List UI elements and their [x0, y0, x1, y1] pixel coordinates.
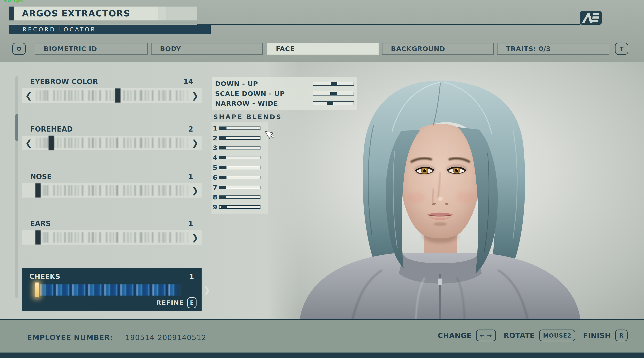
feature-slider-forehead[interactable]: ❮❯ [22, 136, 202, 150]
tab-background[interactable]: BACKGROUND [382, 43, 494, 55]
feature-label: EYEBROW COLOR [30, 78, 98, 86]
shape-blend-row-9: 9 [213, 203, 268, 211]
shape-blend-fill [220, 186, 226, 189]
feature-value: 1 [188, 219, 193, 228]
title-accent-block [9, 6, 14, 20]
refine-control[interactable]: REFINEE [156, 297, 196, 308]
barcode-strip[interactable] [34, 232, 189, 243]
next-tab-key[interactable]: T [615, 43, 628, 55]
tab-face[interactable]: FACE [267, 43, 379, 55]
chevron-left-icon[interactable]: ❮ [25, 91, 32, 100]
shape-blend-slider-1[interactable] [219, 127, 260, 130]
shape-blend-fill [220, 157, 226, 159]
header-rule [197, 24, 580, 25]
shape-blend-slider-5[interactable] [219, 166, 260, 169]
employee-number-label: EMPLOYEE NUMBER: [27, 333, 113, 342]
barcode-cursor[interactable] [34, 283, 39, 297]
feature-slider-cheeks[interactable]: ❯ [34, 284, 182, 296]
shape-blend-slider-4[interactable] [219, 156, 260, 159]
shape-blend-slider-7[interactable] [219, 186, 260, 189]
shape-blend-row-2: 2 [213, 134, 268, 142]
barcode-cursor[interactable] [48, 136, 54, 150]
feature-slider-nose[interactable]: ❯ [22, 183, 202, 197]
shape-blend-fill [221, 206, 227, 208]
shape-blend-row-3: 3 [213, 144, 268, 152]
morph-handle[interactable] [327, 102, 333, 105]
shape-blend-fill [220, 147, 226, 149]
prev-tab-key[interactable]: Q [12, 43, 26, 55]
shape-blend-number: 9 [213, 203, 219, 211]
shape-blend-row-7: 7 [213, 184, 268, 191]
chevron-left-icon[interactable]: ❮ [25, 139, 32, 147]
shape-blend-row-5: 5 [213, 164, 268, 172]
feature-row-nose: NOSE1❯ [12, 173, 202, 197]
shape-blend-slider-2[interactable] [219, 136, 260, 140]
shape-blend-row-1: 1 [213, 124, 268, 132]
tab-body[interactable]: BODY [151, 43, 263, 55]
shape-blend-slider-9[interactable] [219, 205, 260, 209]
tab-traits-0-3[interactable]: TRAITS: 0/3 [497, 43, 609, 55]
feature-row-forehead: FOREHEAD2❮❯ [12, 125, 202, 150]
shape-blend-number: 4 [213, 154, 219, 162]
barcode-texture [34, 90, 189, 101]
morph-slider-narrow-wide[interactable] [312, 101, 354, 105]
feature-value: 1 [188, 173, 193, 181]
barcode-cursor[interactable] [115, 88, 120, 103]
refine-key[interactable]: E [187, 297, 196, 308]
shape-blends-panel: 123456789 [212, 122, 268, 214]
barcode-texture [34, 284, 182, 296]
action-key-finish[interactable]: R [615, 330, 628, 341]
chevron-right-icon[interactable]: ❯ [203, 286, 210, 294]
shape-blend-row-4: 4 [213, 154, 268, 162]
morph-label: NARROW - WIDE [215, 100, 312, 107]
morph-row-narrow-wide: NARROW - WIDE [212, 100, 357, 107]
title-extension [158, 6, 197, 20]
shape-blend-slider-6[interactable] [219, 176, 260, 179]
barcode-cursor[interactable] [35, 230, 41, 245]
shape-blend-number: 6 [213, 174, 219, 181]
shape-blend-number: 5 [213, 164, 219, 172]
feature-value: 1 [189, 272, 194, 281]
morph-handle[interactable] [331, 82, 337, 85]
shape-blend-fill [220, 176, 226, 179]
action-rotate: ROTATEMOUSE2 [504, 330, 576, 341]
chevron-right-icon[interactable]: ❯ [192, 233, 198, 242]
shape-blend-fill [220, 137, 226, 139]
barcode-texture [34, 138, 189, 149]
shape-blend-row-8: 8 [213, 193, 268, 201]
shape-blend-number: 8 [213, 193, 219, 201]
action-key-rotate[interactable]: MOUSE2 [539, 330, 576, 341]
feature-value: 2 [188, 125, 193, 133]
feature-label: CHEEKS [29, 272, 60, 281]
page-subtitle: RECORD LOCATOR [9, 25, 211, 34]
shape-blend-number: 7 [213, 184, 219, 191]
tab-biometric-id[interactable]: BIOMETRIC ID [35, 43, 148, 55]
barcode-texture [34, 185, 189, 196]
barcode-cursor[interactable] [35, 183, 41, 197]
feature-slider-eyebrow-color[interactable]: ❮❯ [22, 88, 202, 103]
barcode-strip[interactable] [34, 185, 189, 196]
chevron-right-icon[interactable]: ❯ [192, 91, 198, 100]
action-label: ROTATE [504, 332, 535, 340]
barcode-strip[interactable] [34, 138, 189, 149]
shape-blend-slider-3[interactable] [219, 146, 260, 150]
chevron-right-icon[interactable]: ❯ [192, 186, 198, 194]
shape-blend-number: 1 [213, 124, 219, 132]
feature-slider-ears[interactable]: ❯ [22, 230, 202, 245]
morph-row-scale-down-up: SCALE DOWN - UP [212, 90, 357, 97]
shape-blend-fill [220, 127, 226, 130]
barcode-strip[interactable] [34, 284, 182, 296]
feature-label: NOSE [30, 173, 52, 181]
morph-slider-down-up[interactable] [312, 82, 354, 86]
feature-label: EARS [30, 219, 51, 228]
shape-blend-slider-8[interactable] [219, 195, 260, 199]
action-key-change[interactable]: ← → [476, 330, 496, 341]
morph-slider-scale-down-up[interactable] [312, 92, 354, 96]
barcode-strip[interactable] [34, 90, 189, 101]
morph-label: DOWN - UP [215, 80, 312, 87]
feature-row-ears: EARS1❯ [12, 219, 202, 245]
face-morph-panel: DOWN - UPSCALE DOWN - UPNARROW - WIDE [212, 77, 357, 110]
morph-handle[interactable] [330, 92, 337, 95]
chevron-right-icon[interactable]: ❯ [192, 139, 198, 147]
employee-number: EMPLOYEE NUMBER: 190514-2009140512 [27, 333, 206, 342]
